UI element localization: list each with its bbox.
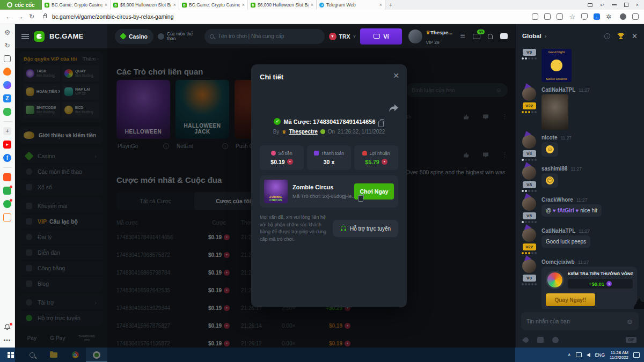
- currency-selector[interactable]: ▾TRX∨: [329, 33, 356, 40]
- tab-close-icon[interactable]: ×: [242, 2, 245, 8]
- history-icon[interactable]: ↻: [3, 42, 11, 50]
- share-icon[interactable]: [557, 13, 563, 20]
- close-window-button[interactable]: ×: [636, 2, 639, 8]
- notification-bell-icon[interactable]: [3, 324, 11, 332]
- avatar[interactable]: [522, 259, 536, 273]
- hamburger-menu-icon[interactable]: [21, 34, 29, 39]
- language-indicator[interactable]: ENG: [595, 352, 605, 358]
- chevron-right-icon: ›: [545, 33, 547, 39]
- spin-now-button[interactable]: Quay Ngay!!: [546, 293, 595, 306]
- chat-message: V5 CrackWhore11:27 @ ♥ fAtGirl ♥ nice hi…: [521, 197, 639, 223]
- reopen-tab-icon[interactable]: ↩: [600, 2, 604, 8]
- goodnight-gif-image[interactable]: Good NightSweet Dreams: [541, 49, 572, 82]
- browser-tab[interactable]: BC.Game: Crypto Casino Gam×: [42, 0, 111, 10]
- avatar[interactable]: [522, 197, 536, 211]
- copy-icon[interactable]: [360, 194, 364, 199]
- modal-game-card: ZOMBIECIRCUS Zombie Circus Mã Trò chơi: …: [260, 175, 398, 208]
- avatar[interactable]: [522, 135, 536, 149]
- quests-list-icon[interactable]: ☰: [460, 33, 465, 40]
- action-center-icon[interactable]: [633, 352, 640, 358]
- downloads-tray-icon[interactable]: [632, 13, 639, 20]
- meme-photo-image[interactable]: [541, 94, 568, 130]
- emoji-smiley-icon[interactable]: ☺: [626, 317, 633, 326]
- game-search-input[interactable]: Tên trò chơi | Nhà cung cấp: [204, 29, 325, 44]
- live-support-button[interactable]: Hỗ trợ trực tuyến: [333, 220, 398, 237]
- avatar[interactable]: [408, 29, 422, 43]
- games-icon[interactable]: [3, 108, 11, 116]
- trophy-icon[interactable]: [617, 33, 625, 40]
- user-profile[interactable]: ♛Thespe...VIP 29: [408, 27, 452, 46]
- download-active-icon[interactable]: [594, 13, 600, 20]
- chat-rules-shortcut-icon[interactable]: [537, 337, 544, 343]
- sports-tab[interactable]: Các môn thể thao: [158, 32, 200, 41]
- settings-gear-icon[interactable]: ⚙: [3, 28, 11, 36]
- promo-icon[interactable]: [3, 200, 11, 208]
- payout-card-icon: [314, 151, 319, 156]
- tab-close-icon[interactable]: ×: [311, 2, 313, 8]
- avatar[interactable]: [522, 166, 536, 180]
- maximize-button[interactable]: [624, 3, 628, 7]
- back-icon[interactable]: ←: [5, 13, 12, 20]
- sports-ball-icon: [158, 33, 164, 40]
- avatar[interactable]: [522, 87, 536, 101]
- browser-tab[interactable]: $6,000 Halloween Slot Battle×: [248, 0, 317, 10]
- messenger-icon[interactable]: [3, 81, 11, 89]
- vip-level-badge: V4: [523, 150, 536, 157]
- chat-rules-icon[interactable]: i: [604, 33, 610, 39]
- bell-icon[interactable]: [488, 34, 493, 39]
- browser-tab[interactable]: Telegram Web×: [317, 0, 385, 10]
- forward-icon[interactable]: →: [17, 13, 24, 20]
- rain-icon[interactable]: [522, 336, 530, 344]
- youtube-icon[interactable]: [3, 141, 11, 149]
- gif-keyboard-icon[interactable]: GIF: [626, 337, 636, 343]
- zombie-circus-thumbnail[interactable]: ZOMBIECIRCUS: [264, 180, 288, 203]
- stat-amount: Số tiền $0.19▾: [260, 145, 304, 170]
- bet-username[interactable]: Thespectre: [289, 129, 317, 135]
- adblock-shield-icon[interactable]: [581, 13, 588, 20]
- bookmark-star-icon[interactable]: ☆: [569, 13, 575, 20]
- bcgame-logo-text[interactable]: BC.GAME: [49, 32, 84, 40]
- reload-icon[interactable]: ↻: [29, 13, 34, 20]
- casino-tab[interactable]: Casino: [115, 29, 153, 44]
- profile-icon[interactable]: [620, 13, 626, 20]
- copy-icon[interactable]: [380, 119, 384, 124]
- facebook-icon[interactable]: f: [3, 154, 11, 162]
- vip-level-badge: V8: [523, 181, 536, 188]
- trending-fire-icon[interactable]: [3, 68, 11, 76]
- browser-tab[interactable]: $6,000 Halloween Slot Battle×: [111, 0, 179, 10]
- save-page-icon[interactable]: [532, 13, 538, 20]
- chat-message-input[interactable]: Tin nhắn của bạn☺: [521, 312, 639, 330]
- add-shortcut-icon[interactable]: +: [3, 127, 11, 135]
- avatar[interactable]: [522, 228, 536, 242]
- mail-icon[interactable]: 99: [473, 34, 480, 39]
- coccoc-brand: cốc cốc: [0, 0, 42, 10]
- volume-icon[interactable]: [587, 353, 590, 357]
- newsfeed-icon[interactable]: [4, 55, 11, 62]
- tab-search-icon[interactable]: [588, 3, 592, 7]
- hidden-icons-caret[interactable]: ∧: [568, 352, 571, 357]
- new-tab-button[interactable]: +: [385, 0, 396, 10]
- clock[interactable]: 11:28 AM11/2/2022: [610, 350, 628, 360]
- more-icon[interactable]: •••: [4, 337, 11, 343]
- shopping-cart-icon[interactable]: [3, 213, 11, 221]
- share-arrow-icon[interactable]: [389, 104, 398, 112]
- network-icon[interactable]: [576, 352, 582, 357]
- coin-drop-icon[interactable]: [552, 337, 559, 343]
- modal-close-icon[interactable]: ✕: [393, 71, 399, 80]
- tab-close-icon[interactable]: ×: [105, 2, 107, 8]
- minimize-button[interactable]: [612, 4, 617, 5]
- chat-room-name[interactable]: Global: [522, 33, 541, 39]
- browser-tab-active[interactable]: BC.Game: Crypto Casino Gam×: [179, 0, 248, 10]
- address-bar[interactable]: bc.game/vi/game/zombie-circus-by-relax-g…: [52, 13, 526, 20]
- tab-close-icon[interactable]: ×: [379, 2, 382, 8]
- tab-close-icon[interactable]: ×: [173, 2, 176, 8]
- translate-icon[interactable]: [544, 13, 551, 20]
- zalo-icon[interactable]: Z: [3, 94, 11, 102]
- chat-close-icon[interactable]: ✕: [632, 32, 638, 40]
- chat-toggle-icon[interactable]: [500, 33, 508, 39]
- wallet-button[interactable]: Ví: [360, 28, 402, 45]
- tiktok-shop-icon[interactable]: [3, 173, 11, 181]
- user-mention[interactable]: ♥ fAtGirl ♥: [553, 208, 579, 213]
- gift-icon[interactable]: [3, 187, 11, 195]
- extensions-icon[interactable]: ✲: [606, 13, 612, 20]
